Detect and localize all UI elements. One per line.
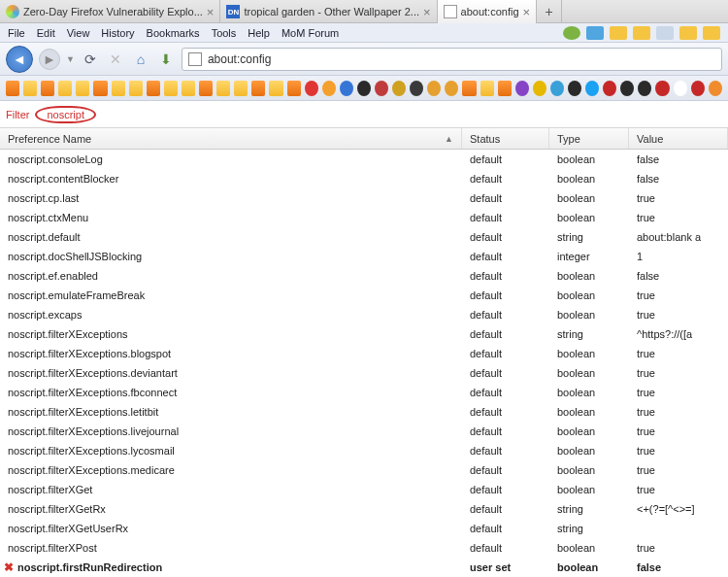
pref-row[interactable]: noscript.docShellJSBlockingdefaultintege…	[0, 247, 728, 266]
bookmark-icon[interactable]	[445, 81, 458, 96]
folder-icon[interactable]	[58, 81, 72, 96]
weather-icon[interactable]	[656, 26, 674, 40]
menu-tools[interactable]: Tools	[212, 27, 237, 39]
weather-icon[interactable]	[679, 26, 697, 40]
pref-row[interactable]: noscript.filterXGetRxdefaultstring<+(?=[…	[0, 499, 728, 519]
col-pref-name[interactable]: Preference Name▲	[0, 128, 462, 149]
pref-row[interactable]: noscript.cp.lastdefaultbooleantrue	[0, 188, 728, 208]
close-icon[interactable]: ×	[207, 5, 215, 19]
bookmark-icon[interactable]	[674, 81, 687, 96]
filter-input[interactable]: noscript	[35, 106, 96, 123]
stop-button[interactable]: ✕	[106, 50, 125, 69]
menu-edit[interactable]: Edit	[37, 27, 55, 39]
close-icon[interactable]: ×	[523, 5, 531, 19]
menu-mom[interactable]: MoM Forum	[281, 27, 339, 39]
rss-icon[interactable]	[93, 81, 107, 96]
bookmark-icon[interactable]	[340, 81, 353, 96]
menu-help[interactable]: Help	[248, 27, 270, 39]
bookmark-icon[interactable]	[550, 81, 564, 96]
pref-row[interactable]: noscript.filterXExceptions.blogspotdefau…	[0, 344, 728, 363]
rss-icon[interactable]	[147, 81, 160, 96]
menu-history[interactable]: History	[101, 27, 134, 39]
url-bar[interactable]: about:config	[182, 48, 722, 71]
rss-icon[interactable]	[462, 81, 476, 96]
rss-icon[interactable]	[199, 81, 213, 96]
pref-row[interactable]: noscript.defaultdefaultstringabout:blank…	[0, 227, 728, 247]
col-status[interactable]: Status	[462, 128, 549, 149]
menu-bookmarks[interactable]: Bookmarks	[147, 27, 200, 39]
rss-icon[interactable]	[251, 81, 265, 96]
bookmark-icon[interactable]	[427, 81, 441, 96]
bookmark-icon[interactable]	[655, 81, 669, 96]
weather-icon[interactable]	[586, 26, 604, 40]
pref-row[interactable]: noscript.filterXExceptions.letitbitdefau…	[0, 402, 728, 422]
bookmark-icon[interactable]	[533, 81, 546, 96]
bookmark-icon[interactable]	[410, 81, 423, 96]
download-button[interactable]: ⬇	[156, 50, 176, 69]
cell-value: false	[629, 173, 728, 185]
pref-row[interactable]: noscript.filterXGetdefaultbooleantrue	[0, 480, 728, 499]
rss-icon[interactable]	[6, 81, 19, 96]
bookmark-icon[interactable]	[392, 81, 406, 96]
folder-icon[interactable]	[76, 81, 89, 96]
bookmark-icon[interactable]	[515, 81, 529, 96]
bookmark-icon[interactable]	[638, 81, 651, 96]
col-type[interactable]: Type	[549, 128, 629, 149]
bookmark-icon[interactable]	[709, 81, 722, 96]
history-dropdown-icon[interactable]: ▼	[66, 54, 75, 64]
pref-row[interactable]: noscript.filterXExceptions.fbconnectdefa…	[0, 383, 728, 402]
pref-row[interactable]: noscript.filterXExceptions.lycosmaildefa…	[0, 441, 728, 460]
pref-row[interactable]: noscript.ef.enableddefaultbooleanfalse	[0, 266, 728, 286]
folder-icon[interactable]	[112, 81, 125, 96]
pref-row[interactable]: noscript.filterXExceptions.livejournalde…	[0, 422, 728, 441]
folder-icon[interactable]	[234, 81, 248, 96]
bookmark-icon[interactable]	[375, 81, 388, 96]
pref-row[interactable]: noscript.filterXExceptionsdefaultstring^…	[0, 324, 728, 344]
new-tab-button[interactable]: +	[537, 0, 562, 23]
bookmark-icon[interactable]	[620, 81, 634, 96]
bookmark-icon[interactable]	[603, 81, 616, 96]
pref-row[interactable]: noscript.excapsdefaultbooleantrue	[0, 305, 728, 324]
pref-row[interactable]: noscript.filterXPostdefaultbooleantrue	[0, 538, 728, 558]
rss-icon[interactable]	[498, 81, 512, 96]
folder-icon[interactable]	[182, 81, 195, 96]
bookmark-icon[interactable]	[691, 81, 705, 96]
rss-icon[interactable]	[287, 81, 301, 96]
cell-status: default	[462, 348, 549, 359]
pref-row[interactable]: noscript.ctxMenudefaultbooleantrue	[0, 208, 728, 227]
weather-icon[interactable]	[610, 26, 627, 40]
weather-icon[interactable]	[563, 26, 580, 40]
folder-icon[interactable]	[164, 81, 178, 96]
pref-row[interactable]: noscript.emulateFrameBreakdefaultboolean…	[0, 286, 728, 305]
tab-0[interactable]: Zero-Day Firefox Vulnerability Explo... …	[0, 0, 220, 23]
folder-icon[interactable]	[23, 81, 37, 96]
back-button[interactable]: ◄	[6, 46, 33, 73]
home-button[interactable]: ⌂	[131, 50, 150, 69]
pref-row[interactable]: noscript.filterXExceptions.deviantartdef…	[0, 363, 728, 383]
pref-row[interactable]: noscript.filterXExceptions.medicaredefau…	[0, 460, 728, 480]
weather-icon[interactable]	[703, 26, 720, 40]
close-icon[interactable]: ×	[423, 5, 431, 19]
col-value[interactable]: Value	[629, 128, 728, 149]
bookmark-icon[interactable]	[357, 81, 371, 96]
pref-row[interactable]: noscript.firstRunRedirectionuser setbool…	[0, 558, 728, 577]
bookmark-icon[interactable]	[322, 81, 336, 96]
bookmark-icon[interactable]	[585, 81, 599, 96]
pref-row[interactable]: noscript.consoleLogdefaultbooleanfalse	[0, 150, 728, 169]
forward-button[interactable]: ►	[39, 49, 60, 70]
reload-button[interactable]: ⟳	[81, 50, 100, 69]
rss-icon[interactable]	[41, 81, 54, 96]
menu-view[interactable]: View	[67, 27, 90, 39]
pref-row[interactable]: noscript.contentBlockerdefaultbooleanfal…	[0, 169, 728, 188]
folder-icon[interactable]	[480, 81, 494, 96]
bookmark-icon[interactable]	[305, 81, 318, 96]
folder-icon[interactable]	[269, 81, 282, 96]
folder-icon[interactable]	[216, 81, 230, 96]
tab-1[interactable]: DN tropical garden - Other Wallpaper 2..…	[220, 0, 437, 23]
menu-file[interactable]: File	[8, 27, 25, 39]
folder-icon[interactable]	[129, 81, 143, 96]
weather-icon[interactable]	[633, 26, 650, 40]
tab-2[interactable]: about:config ×	[438, 0, 538, 23]
bookmark-icon[interactable]	[568, 81, 581, 96]
pref-row[interactable]: noscript.filterXGetUserRxdefaultstring	[0, 519, 728, 538]
